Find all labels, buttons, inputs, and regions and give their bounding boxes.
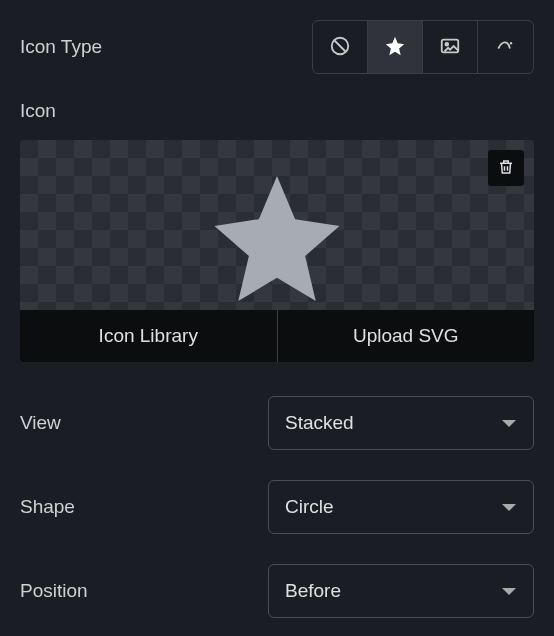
icon-library-tab[interactable]: Icon Library bbox=[20, 310, 278, 362]
position-select-value: Before bbox=[285, 580, 341, 602]
icon-preview-box: Icon Library Upload SVG bbox=[20, 140, 534, 362]
position-label: Position bbox=[20, 580, 88, 602]
trash-icon bbox=[497, 158, 515, 179]
shape-label: Shape bbox=[20, 496, 75, 518]
view-row: View Stacked bbox=[20, 396, 534, 450]
delete-icon-button[interactable] bbox=[488, 150, 524, 186]
icon-type-lottie-button[interactable] bbox=[478, 21, 533, 73]
shape-select-value: Circle bbox=[285, 496, 334, 518]
view-label: View bbox=[20, 412, 61, 434]
chevron-down-icon bbox=[501, 496, 517, 518]
icon-type-label: Icon Type bbox=[20, 36, 102, 58]
position-select[interactable]: Before bbox=[268, 564, 534, 618]
icon-type-star-button[interactable] bbox=[368, 21, 423, 73]
ban-icon bbox=[329, 35, 351, 60]
icon-type-row: Icon Type bbox=[20, 20, 534, 74]
view-select[interactable]: Stacked bbox=[268, 396, 534, 450]
svg-line-1 bbox=[335, 40, 346, 51]
lottie-icon bbox=[495, 35, 517, 60]
icon-type-none-button[interactable] bbox=[313, 21, 368, 73]
svg-point-3 bbox=[445, 42, 448, 45]
shape-select[interactable]: Circle bbox=[268, 480, 534, 534]
chevron-down-icon bbox=[501, 580, 517, 602]
upload-svg-tab[interactable]: Upload SVG bbox=[278, 310, 535, 362]
star-icon bbox=[384, 35, 406, 60]
icon-type-image-button[interactable] bbox=[423, 21, 478, 73]
shape-row: Shape Circle bbox=[20, 480, 534, 534]
chevron-down-icon bbox=[501, 412, 517, 434]
icon-source-tabs: Icon Library Upload SVG bbox=[20, 310, 534, 362]
position-row: Position Before bbox=[20, 564, 534, 618]
preview-star-icon bbox=[202, 164, 352, 319]
view-select-value: Stacked bbox=[285, 412, 354, 434]
svg-point-4 bbox=[509, 42, 511, 44]
icon-type-button-group bbox=[312, 20, 534, 74]
icon-section-label: Icon bbox=[20, 100, 534, 122]
image-icon bbox=[439, 35, 461, 60]
